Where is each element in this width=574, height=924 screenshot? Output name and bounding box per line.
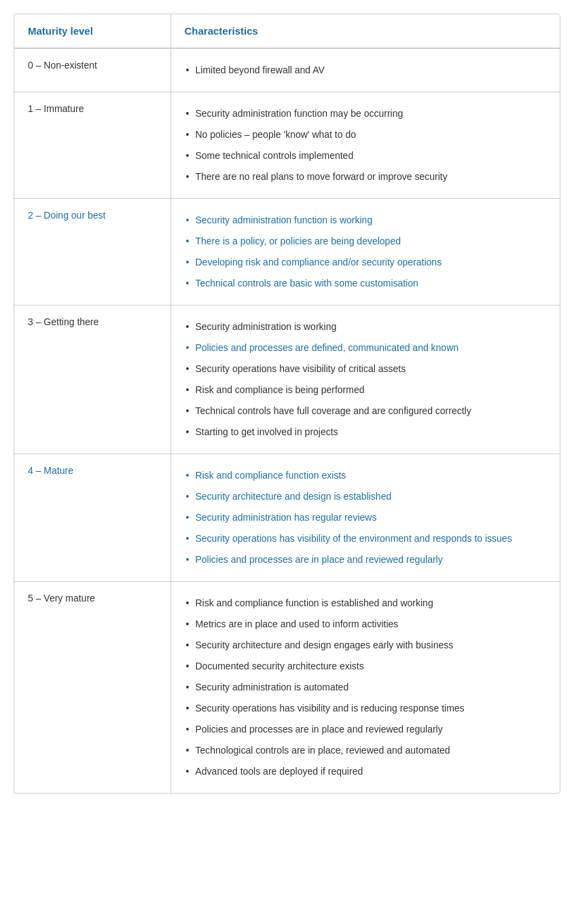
level-label: 1 – Immature (28, 103, 157, 114)
list-item: There are no real plans to move forward … (185, 166, 547, 187)
table-row: 1 – ImmatureSecurity administration func… (14, 92, 560, 199)
maturity-level-cell: 2 – Doing our best (14, 199, 171, 306)
list-item: Policies and processes are defined, comm… (185, 337, 547, 358)
list-item: Technical controls have full coverage an… (185, 401, 547, 422)
list-item: Security operations have visibility of c… (185, 358, 547, 380)
characteristics-cell: Risk and compliance function existsSecur… (171, 454, 560, 582)
list-item: Limited beyond firewall and AV (185, 60, 547, 81)
table-row: 2 – Doing our bestSecurity administratio… (14, 199, 560, 306)
characteristics-cell: Limited beyond firewall and AV (171, 48, 560, 92)
table-row: 5 – Very matureRisk and compliance funct… (14, 582, 560, 794)
list-item: Policies and processes are in place and … (185, 719, 547, 740)
list-item: Security administration function is work… (185, 210, 547, 231)
list-item: Policies and processes are in place and … (185, 549, 547, 570)
list-item: Technological controls are in place, rev… (185, 740, 547, 761)
list-item: Advanced tools are deployed if required (185, 761, 547, 782)
list-item: Security administration function may be … (185, 103, 547, 124)
characteristics-cell: Security administration is workingPolici… (171, 306, 560, 454)
table-row: 4 – MatureRisk and compliance function e… (14, 454, 560, 582)
list-item: Security administration is automated (185, 677, 547, 698)
list-item: Security administration is working (185, 316, 547, 337)
list-item: Starting to get involved in projects (185, 422, 547, 443)
list-item: Risk and compliance function is establis… (185, 593, 547, 614)
table-header-row: Maturity level Characteristics (14, 14, 560, 48)
characteristics-header: Characteristics (171, 14, 560, 48)
list-item: Risk and compliance is being performed (185, 380, 547, 401)
maturity-level-cell: 5 – Very mature (14, 582, 171, 794)
list-item: Technical controls are basic with some c… (185, 273, 547, 294)
characteristics-cell: Security administration function may be … (171, 92, 560, 199)
level-label: 3 – Getting there (28, 316, 157, 327)
list-item: Documented security architecture exists (185, 656, 547, 677)
list-item: No policies – people 'know' what to do (185, 124, 547, 145)
characteristics-cell: Risk and compliance function is establis… (171, 582, 560, 794)
level-label: 5 – Very mature (28, 593, 157, 604)
list-item: Developing risk and compliance and/or se… (185, 252, 547, 273)
table-row: 3 – Getting thereSecurity administration… (14, 306, 560, 454)
list-item: Metrics are in place and used to inform … (185, 614, 547, 635)
level-label: 0 – Non-existent (28, 60, 157, 71)
maturity-level-header: Maturity level (14, 14, 171, 48)
list-item: Security architecture and design is esta… (185, 486, 547, 507)
table-row: 0 – Non-existentLimited beyond firewall … (14, 48, 560, 92)
level-label: 4 – Mature (28, 465, 157, 476)
list-item: Security architecture and design engages… (185, 635, 547, 656)
maturity-level-cell: 3 – Getting there (14, 306, 171, 454)
list-item: Security administration has regular revi… (185, 507, 547, 528)
list-item: Security operations has visibility of th… (185, 528, 547, 549)
maturity-level-cell: 1 – Immature (14, 92, 171, 199)
maturity-table: Maturity level Characteristics 0 – Non-e… (14, 14, 560, 794)
characteristics-cell: Security administration function is work… (171, 199, 560, 306)
list-item: Security operations has visibility and i… (185, 698, 547, 719)
list-item: There is a policy, or policies are being… (185, 231, 547, 252)
maturity-level-cell: 0 – Non-existent (14, 48, 171, 92)
maturity-level-cell: 4 – Mature (14, 454, 171, 582)
list-item: Risk and compliance function exists (185, 465, 547, 486)
list-item: Some technical controls implemented (185, 145, 547, 166)
level-label: 2 – Doing our best (28, 210, 157, 221)
